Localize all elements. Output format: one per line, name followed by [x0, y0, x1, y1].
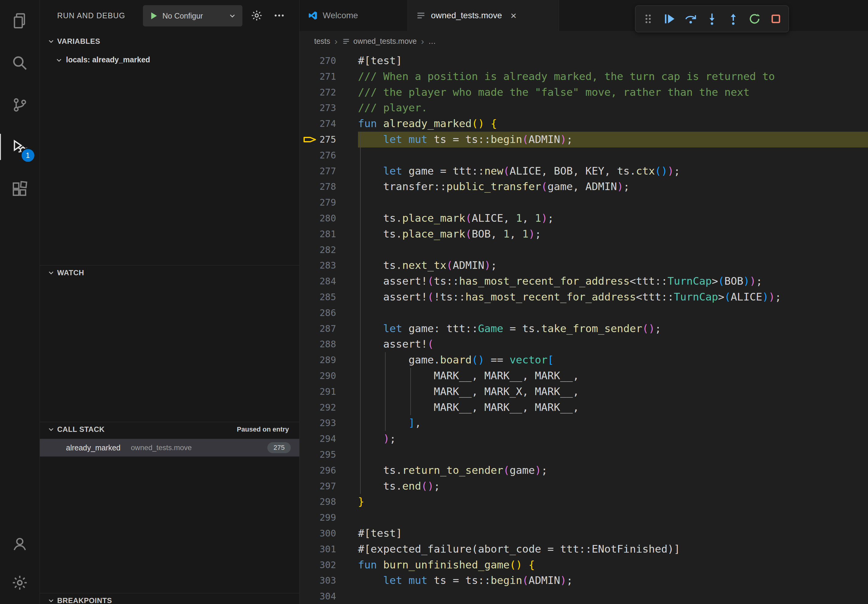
- code-line[interactable]: 275 let mut ts = ts::begin(ADMIN);: [299, 132, 868, 147]
- line-number[interactable]: 283: [299, 258, 358, 273]
- line-number[interactable]: 281: [299, 226, 358, 242]
- code-line[interactable]: 274fun already_marked() {: [299, 116, 868, 132]
- code-line[interactable]: 273/// player.: [299, 100, 868, 116]
- toolbar-drag-handle[interactable]: [640, 10, 657, 28]
- code-line[interactable]: 292 MARK__, MARK__, MARK__,: [299, 400, 868, 415]
- code-line[interactable]: 280 ts.place_mark(ALICE, 1, 1);: [299, 211, 868, 226]
- line-number[interactable]: 284: [299, 273, 358, 289]
- variables-section-header[interactable]: VARIABLES: [40, 34, 299, 49]
- line-number[interactable]: 278: [299, 179, 358, 195]
- code-line[interactable]: 295: [299, 447, 868, 463]
- line-number[interactable]: 303: [299, 573, 358, 589]
- line-number[interactable]: 292: [299, 400, 358, 415]
- code-line[interactable]: 284 assert!(ts::has_most_recent_for_addr…: [299, 273, 868, 289]
- line-number[interactable]: 298: [299, 494, 358, 510]
- tab-welcome[interactable]: Welcome: [299, 0, 408, 31]
- code-line[interactable]: 293 ],: [299, 415, 868, 431]
- line-number[interactable]: 301: [299, 541, 358, 557]
- code-line[interactable]: 298}: [299, 494, 868, 510]
- line-number[interactable]: 271: [299, 69, 358, 85]
- line-number[interactable]: 275: [299, 132, 358, 147]
- code-line[interactable]: 276: [299, 147, 868, 163]
- line-number[interactable]: 287: [299, 321, 358, 337]
- sidebar-item-search[interactable]: [0, 42, 40, 84]
- code-line[interactable]: 294 );: [299, 431, 868, 447]
- line-number[interactable]: 300: [299, 525, 358, 541]
- step-out-button[interactable]: [725, 10, 742, 28]
- code-line[interactable]: 290 MARK__, MARK__, MARK__,: [299, 368, 868, 384]
- line-number[interactable]: 297: [299, 479, 358, 494]
- code-line[interactable]: 272/// the player who made the "false" m…: [299, 85, 868, 101]
- step-into-button[interactable]: [704, 10, 721, 28]
- line-number[interactable]: 282: [299, 242, 358, 258]
- account-button[interactable]: [0, 524, 40, 563]
- settings-button[interactable]: [0, 563, 40, 602]
- code-line[interactable]: 299: [299, 510, 868, 525]
- line-number[interactable]: 273: [299, 100, 358, 116]
- line-number[interactable]: 293: [299, 415, 358, 431]
- line-number[interactable]: 277: [299, 163, 358, 179]
- code-line[interactable]: 286: [299, 305, 868, 321]
- line-number[interactable]: 285: [299, 289, 358, 305]
- debug-settings-button[interactable]: [249, 8, 264, 23]
- line-number[interactable]: 295: [299, 447, 358, 463]
- code-line[interactable]: 300#[test]: [299, 525, 868, 541]
- line-number[interactable]: 280: [299, 211, 358, 226]
- line-number[interactable]: 274: [299, 116, 358, 132]
- watch-section-header[interactable]: WATCH: [40, 265, 299, 280]
- code-line[interactable]: 297 ts.end();: [299, 479, 868, 494]
- line-number[interactable]: 272: [299, 85, 358, 101]
- code-line[interactable]: 271/// When a position is already marked…: [299, 69, 868, 85]
- line-number[interactable]: 299: [299, 510, 358, 525]
- code-line[interactable]: 278 transfer::public_transfer(game, ADMI…: [299, 179, 868, 195]
- line-number[interactable]: 270: [299, 53, 358, 69]
- code-line[interactable]: 303 let mut ts = ts::begin(ADMIN);: [299, 573, 868, 589]
- code-line[interactable]: 304: [299, 589, 868, 604]
- line-number[interactable]: 291: [299, 384, 358, 400]
- code-line[interactable]: 289 game.board() == vector[: [299, 352, 868, 368]
- code-line[interactable]: 302fun burn_unfinished_game() {: [299, 557, 868, 573]
- code-line[interactable]: 270#[test]: [299, 53, 868, 69]
- code-line[interactable]: 279: [299, 195, 868, 211]
- continue-button[interactable]: [661, 10, 678, 28]
- code-line[interactable]: 287 let game: ttt::Game = ts.take_from_s…: [299, 321, 868, 337]
- variables-locals-scope[interactable]: locals: already_marked: [40, 53, 299, 68]
- line-number[interactable]: 288: [299, 336, 358, 352]
- line-number[interactable]: 304: [299, 589, 358, 604]
- call-stack-section-header[interactable]: CALL STACK Paused on entry: [40, 422, 299, 437]
- tab-owned-tests-move[interactable]: owned_tests.move ×: [408, 0, 559, 31]
- sidebar-item-run-and-debug[interactable]: 1: [0, 126, 40, 168]
- close-icon[interactable]: ×: [510, 10, 516, 21]
- debug-config-dropdown[interactable]: No Configur: [143, 5, 242, 26]
- line-number[interactable]: 290: [299, 368, 358, 384]
- code-line[interactable]: 283 ts.next_tx(ADMIN);: [299, 258, 868, 273]
- breadcrumb-symbol[interactable]: …: [428, 37, 436, 46]
- code-line[interactable]: 288 assert!(: [299, 336, 868, 352]
- step-over-button[interactable]: [682, 10, 699, 28]
- breadcrumb-file[interactable]: owned_tests.move: [353, 37, 417, 46]
- restart-button[interactable]: [746, 10, 763, 28]
- code-line[interactable]: 282: [299, 242, 868, 258]
- more-actions-button[interactable]: [271, 8, 287, 23]
- breadcrumb-folder[interactable]: tests: [314, 37, 330, 46]
- stop-button[interactable]: [767, 10, 784, 28]
- line-number[interactable]: 302: [299, 557, 358, 573]
- code-line[interactable]: 291 MARK__, MARK_X, MARK__,: [299, 384, 868, 400]
- sidebar-item-explorer[interactable]: [0, 0, 40, 42]
- line-number[interactable]: 286: [299, 305, 358, 321]
- code-line[interactable]: 296 ts.return_to_sender(game);: [299, 463, 868, 479]
- line-number[interactable]: 294: [299, 431, 358, 447]
- code-line[interactable]: 285 assert!(!ts::has_most_recent_for_add…: [299, 289, 868, 305]
- breakpoints-section-header[interactable]: BREAKPOINTS: [40, 593, 299, 604]
- line-number[interactable]: 289: [299, 352, 358, 368]
- call-stack-frame[interactable]: already_marked owned_tests.move 275: [40, 439, 299, 457]
- sidebar-item-extensions[interactable]: [0, 168, 40, 210]
- sidebar-item-source-control[interactable]: [0, 84, 40, 126]
- code-line[interactable]: 281 ts.place_mark(BOB, 1, 1);: [299, 226, 868, 242]
- line-number[interactable]: 296: [299, 463, 358, 479]
- code-editor[interactable]: 270#[test]271/// When a position is alre…: [299, 51, 868, 604]
- line-number[interactable]: 279: [299, 195, 358, 211]
- code-line[interactable]: 277 let game = ttt::new(ALICE, BOB, KEY,…: [299, 163, 868, 179]
- code-line[interactable]: 301#[expected_failure(abort_code = ttt::…: [299, 541, 868, 557]
- line-number[interactable]: 276: [299, 147, 358, 163]
